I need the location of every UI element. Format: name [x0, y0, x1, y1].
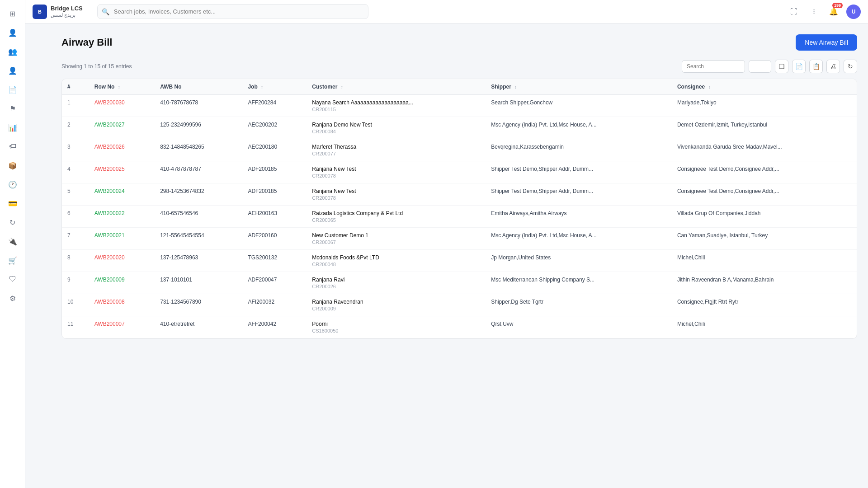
cell-row-no[interactable]: AWB200007 [89, 316, 155, 338]
excel-button[interactable]: 📋 [809, 60, 823, 73]
cell-job: ADF200185 [242, 183, 307, 206]
cell-num: 10 [62, 294, 89, 316]
cell-row-no[interactable]: AWB200008 [89, 294, 155, 316]
cell-row-no[interactable]: AWB200020 [89, 250, 155, 272]
cell-customer: Ranjana New Test CR200078 [307, 183, 486, 206]
sidebar-item-chart[interactable]: 📊 [5, 119, 21, 136]
sidebar-item-invoice[interactable]: 📄 [5, 81, 21, 98]
sidebar-item-package[interactable]: 📦 [5, 157, 21, 174]
cell-row-no[interactable]: AWB200027 [89, 117, 155, 139]
table-row: 4 AWB200025 410-4787878787 ADF200185 Ran… [62, 161, 857, 183]
sidebar-item-contact[interactable]: 👤 [5, 62, 21, 79]
sidebar-item-refresh[interactable]: ↻ [5, 214, 21, 230]
table-row: 11 AWB200007 410-etretretret AFF200042 P… [62, 316, 857, 338]
cell-awb-no: 410-etretretret [155, 316, 242, 338]
cell-customer: Ranjana Ravi CR200026 [307, 272, 486, 294]
cell-job: ADF200160 [242, 228, 307, 250]
cell-shipper: Bevqregina,Karassebengamin [486, 139, 672, 161]
cell-awb-no: 410-657546546 [155, 206, 242, 228]
brand-sub: بريدج لسس [51, 12, 83, 18]
entries-info: Showing 1 to 15 of 15 entries [61, 63, 132, 70]
page-size-input[interactable]: 25 [749, 60, 771, 73]
cell-job: AEH200163 [242, 206, 307, 228]
page-header: Airway Bill New Airway Bill [61, 34, 857, 51]
cell-num: 11 [62, 316, 89, 338]
cell-consignee: Jithin Raveendran B A,Manama,Bahrain [672, 272, 857, 294]
notification-badge: 199 [832, 3, 843, 8]
cell-shipper: Msc Agency (India) Pvt. Ltd,Msc House, A… [486, 228, 672, 250]
sidebar-item-label[interactable]: 🏷 [5, 138, 21, 155]
cell-shipper: Msc Mediterranean Shipping Company S... [486, 272, 672, 294]
topbar-right: ⛶ ⁝ 🔔 199 U [787, 5, 861, 19]
cell-consignee: Demet Ozdemir,Izmit, Turkey,Istanbul [672, 117, 857, 139]
col-row-no[interactable]: Row No ↕ [89, 79, 155, 95]
table-row: 9 AWB200009 137-1010101 ADF200047 Ranjan… [62, 272, 857, 294]
cell-job: AFF200042 [242, 316, 307, 338]
cell-row-no[interactable]: AWB200026 [89, 139, 155, 161]
sidebar-item-dashboard[interactable]: ⊞ [5, 5, 21, 22]
table-search-input[interactable] [682, 60, 745, 73]
cell-row-no[interactable]: AWB200024 [89, 183, 155, 206]
sidebar-item-cart[interactable]: 🛒 [5, 252, 21, 268]
cell-shipper: Shipper Test Demo,Shipper Addr, Dumm... [486, 183, 672, 206]
csv-button[interactable]: 📄 [792, 60, 806, 73]
cell-num: 2 [62, 117, 89, 139]
cell-shipper: Emitha Airways,Amitha Airways [486, 206, 672, 228]
new-airway-bill-button[interactable]: New Airway Bill [796, 34, 857, 51]
cell-consignee: Vivenkananda Garuda Sree Madav,Mavel... [672, 139, 857, 161]
sidebar-item-alert[interactable]: ⚑ [5, 100, 21, 117]
table-meta: Showing 1 to 15 of 15 entries 25 ❏ 📄 📋 🖨… [61, 60, 857, 73]
fullscreen-button[interactable]: ⛶ [787, 5, 801, 19]
cell-customer: Ranjana Raveendran CR200009 [307, 294, 486, 316]
avatar[interactable]: U [846, 5, 861, 19]
sidebar-item-shield[interactable]: 🛡 [5, 271, 21, 287]
col-shipper[interactable]: Shipper ↕ [486, 79, 672, 95]
sidebar-item-users[interactable]: 👤 [5, 24, 21, 41]
cell-customer: Raizada Logistics Company & Pvt Ltd CR20… [307, 206, 486, 228]
cell-num: 3 [62, 139, 89, 161]
refresh-button[interactable]: ↻ [844, 60, 857, 73]
cell-job: TGS200132 [242, 250, 307, 272]
cell-job: AFI200032 [242, 294, 307, 316]
cell-job: AEC200202 [242, 117, 307, 139]
cell-shipper: Shipper,Dg Sete Tgrtr [486, 294, 672, 316]
cell-customer: Ranjana New Test CR200078 [307, 161, 486, 183]
col-consignee[interactable]: Consignee ↕ [672, 79, 857, 95]
col-job[interactable]: Job ↕ [242, 79, 307, 95]
cell-shipper: Jp Morgan,United States [486, 250, 672, 272]
cell-consignee: Can Yaman,Suadiye, Istanbul, Turkey [672, 228, 857, 250]
global-search[interactable]: 🔍 [97, 4, 368, 19]
cell-customer: Nayana Search Aaaaaaaaaaaaaaaaaaa... CR2… [307, 95, 486, 117]
cell-awb-no: 410-787678678 [155, 95, 242, 117]
cell-row-no[interactable]: AWB200022 [89, 206, 155, 228]
cell-consignee: Consignee,Ftgjft Rtrt Rytr [672, 294, 857, 316]
cell-row-no[interactable]: AWB200030 [89, 95, 155, 117]
cell-customer: New Customer Demo 1 CR200067 [307, 228, 486, 250]
cell-row-no[interactable]: AWB200025 [89, 161, 155, 183]
cell-shipper: Msc Agency (India) Pvt. Ltd,Msc House, A… [486, 117, 672, 139]
cell-num: 8 [62, 250, 89, 272]
cell-customer: Ranjana Demo New Test CR200084 [307, 117, 486, 139]
cell-job: ADF200185 [242, 161, 307, 183]
global-search-input[interactable] [97, 4, 368, 19]
table-row: 5 AWB200024 298-14253674832 ADF200185 Ra… [62, 183, 857, 206]
sidebar-item-settings[interactable]: ⚙ [5, 290, 21, 306]
table-controls: 25 ❏ 📄 📋 🖨 ↻ [682, 60, 857, 73]
sidebar-item-card[interactable]: 💳 [5, 195, 21, 211]
notifications-button[interactable]: 🔔 199 [826, 5, 841, 19]
copy-button[interactable]: ❏ [775, 60, 788, 73]
table-row: 2 AWB200027 125-2324999596 AEC200202 Ran… [62, 117, 857, 139]
grid-button[interactable]: ⁝ [807, 5, 821, 19]
print-button[interactable]: 🖨 [826, 60, 840, 73]
table-row: 8 AWB200020 137-125478963 TGS200132 Mcdo… [62, 250, 857, 272]
cell-shipper: Qrst,Uvw [486, 316, 672, 338]
topbar: B Bridge LCS بريدج لسس 🔍 ⛶ ⁝ 🔔 199 U [25, 0, 868, 23]
sidebar-item-plugin[interactable]: 🔌 [5, 233, 21, 249]
sidebar-item-clock[interactable]: 🕐 [5, 176, 21, 192]
cell-row-no[interactable]: AWB200009 [89, 272, 155, 294]
cell-row-no[interactable]: AWB200021 [89, 228, 155, 250]
sidebar-item-group[interactable]: 👥 [5, 43, 21, 60]
cell-consignee: Consigneee Test Demo,Consignee Addr,... [672, 183, 857, 206]
brand: B Bridge LCS بريدج لسس [33, 5, 83, 19]
col-customer[interactable]: Customer ↕ [307, 79, 486, 95]
